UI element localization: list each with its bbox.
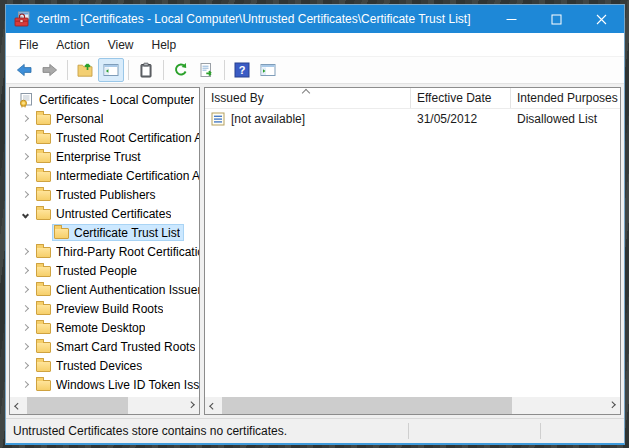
chevron-right-icon[interactable] (16, 154, 34, 159)
scrollbar-track[interactable] (27, 397, 182, 414)
chevron-right-icon[interactable] (16, 287, 34, 292)
toolbar-help-button[interactable]: ? (229, 58, 255, 82)
folder-icon (36, 361, 51, 372)
chevron-right-icon[interactable] (16, 173, 34, 178)
status-text: Untrusted Certificates store contains no… (13, 424, 287, 438)
maximize-button[interactable] (534, 5, 579, 33)
column-header-effective-date[interactable]: Effective Date (410, 88, 510, 108)
toolbar-back-arrow-button[interactable] (11, 58, 37, 82)
tree-item-label: Personal (56, 112, 103, 126)
tree-item-personal[interactable]: Personal (10, 109, 199, 128)
chevron-right-icon (188, 401, 195, 408)
list-horizontal-scrollbar[interactable] (205, 397, 620, 414)
tree-horizontal-scrollbar[interactable] (10, 397, 199, 414)
svg-text:?: ? (239, 64, 246, 76)
tree-item-certificate-trust-list[interactable]: Certificate Trust List (10, 223, 199, 242)
issued-by-value: [not available] (231, 112, 305, 126)
minimize-button[interactable] (489, 5, 534, 33)
scroll-right-button[interactable] (603, 397, 620, 414)
scrollbar-thumb[interactable] (27, 397, 128, 414)
chevron-right-icon[interactable] (16, 268, 34, 273)
list-row[interactable]: [not available]31/05/2012Disallowed List (205, 109, 620, 129)
tree-item-remote-desktop[interactable]: Remote Desktop (10, 318, 199, 337)
toolbar-separator (67, 60, 68, 80)
tree-item-preview-build-roots[interactable]: Preview Build Roots (10, 299, 199, 318)
scrollbar-track[interactable] (222, 397, 603, 414)
scroll-left-button[interactable] (10, 397, 27, 414)
scrollbar-thumb[interactable] (222, 397, 512, 414)
folder-icon (36, 133, 51, 144)
console-tree: Certificates - Local ComputerPersonalTru… (10, 88, 199, 394)
tree-item-trusted-publishers[interactable]: Trusted Publishers (10, 185, 199, 204)
tree-item-smart-card-trusted-roots[interactable]: Smart Card Trusted Roots (10, 337, 199, 356)
certificate-list-pane: Issued ByEffective DateIntended Purposes… (204, 87, 621, 415)
tree-item-intermediate-certification-authorities[interactable]: Intermediate Certification Authorities (10, 166, 199, 185)
column-header-label: Effective Date (417, 91, 491, 105)
toolbar-folder-up-button[interactable] (72, 58, 98, 82)
console-tree-pane: Certificates - Local ComputerPersonalTru… (9, 87, 200, 415)
tree-item-windows-live-id-token-issuers[interactable]: Windows Live ID Token Issuers (10, 375, 199, 394)
chevron-down-icon[interactable] (16, 211, 34, 216)
tree-item-label: Trusted Devices (56, 359, 142, 373)
toolbar-console-tree-toggle-button[interactable] (98, 58, 124, 82)
sort-ascending-icon (302, 89, 310, 97)
status-bar-divider (408, 423, 409, 439)
tree-item-label: Certificate Trust List (74, 226, 180, 240)
menu-action[interactable]: Action (47, 35, 98, 55)
column-header-issued-by[interactable]: Issued By (205, 88, 410, 108)
tree-item-third-party-root-certification-authorities[interactable]: Third-Party Root Certification Authoriti… (10, 242, 199, 261)
folder-icon (36, 114, 51, 125)
folder-icon (36, 190, 51, 201)
certificate-store-icon (18, 92, 34, 108)
certificate-trust-list-icon (210, 111, 226, 127)
chevron-right-icon[interactable] (16, 192, 34, 197)
tree-item-trusted-devices[interactable]: Trusted Devices (10, 356, 199, 375)
chevron-right-icon[interactable] (16, 116, 34, 121)
toolbar-console-window-button[interactable] (255, 58, 281, 82)
chevron-right-icon[interactable] (16, 306, 34, 311)
chevron-right-icon[interactable] (16, 325, 34, 330)
chevron-left-icon (14, 403, 21, 410)
clipboard-icon (138, 62, 154, 78)
chevron-right-icon[interactable] (16, 249, 34, 254)
menu-view[interactable]: View (99, 35, 143, 55)
column-header-intended-purposes[interactable]: Intended Purposes (510, 88, 620, 108)
tree-item-untrusted-certificates[interactable]: Untrusted Certificates (10, 204, 199, 223)
scroll-right-button[interactable] (182, 397, 199, 414)
tree-item-trusted-people[interactable]: Trusted People (10, 261, 199, 280)
toolbar-clipboard-button[interactable] (133, 58, 159, 82)
folder-icon (36, 342, 51, 353)
tree-item-label: Third-Party Root Certification Authoriti… (56, 245, 199, 259)
tree-item-client-authentication-issuers[interactable]: Client Authentication Issuers (10, 280, 199, 299)
menu-file[interactable]: File (10, 35, 47, 55)
chevron-right-icon[interactable] (16, 363, 34, 368)
menu-help[interactable]: Help (143, 35, 186, 55)
toolbar: ? (6, 56, 624, 84)
tree-item-label: Enterprise Trust (56, 150, 141, 164)
chevron-right-icon (609, 401, 616, 408)
status-bar-divider (540, 423, 541, 439)
tree-item-label: Smart Card Trusted Roots (56, 340, 195, 354)
toolbar-export-list-button[interactable] (194, 58, 220, 82)
tree-item-label: Intermediate Certification Authorities (56, 169, 199, 183)
tree-item-certificates-local-computer[interactable]: Certificates - Local Computer (10, 90, 199, 109)
back-arrow-icon (16, 62, 32, 78)
toolbar-separator (128, 60, 129, 80)
chevron-right-icon[interactable] (16, 344, 34, 349)
tree-item-trusted-root-certification-authorities[interactable]: Trusted Root Certification Authorities (10, 128, 199, 147)
tree-item-label: Client Authentication Issuers (56, 283, 199, 297)
scroll-left-button[interactable] (205, 397, 222, 414)
tree-item-label: Remote Desktop (56, 321, 145, 335)
toolbar-forward-arrow-button[interactable] (37, 58, 63, 82)
tree-item-label: Untrusted Certificates (56, 207, 171, 221)
chevron-right-icon[interactable] (16, 135, 34, 140)
close-button[interactable] (579, 5, 624, 33)
forward-arrow-icon (42, 62, 58, 78)
tree-item-enterprise-trust[interactable]: Enterprise Trust (10, 147, 199, 166)
tree-item-label: Trusted Publishers (56, 188, 156, 202)
tree-item-label: Trusted People (56, 264, 137, 278)
toolbar-separator (224, 60, 225, 80)
toolbar-refresh-button[interactable] (168, 58, 194, 82)
chevron-right-icon[interactable] (16, 382, 34, 387)
title-bar: certlm - [Certificates - Local Computer\… (6, 5, 624, 33)
